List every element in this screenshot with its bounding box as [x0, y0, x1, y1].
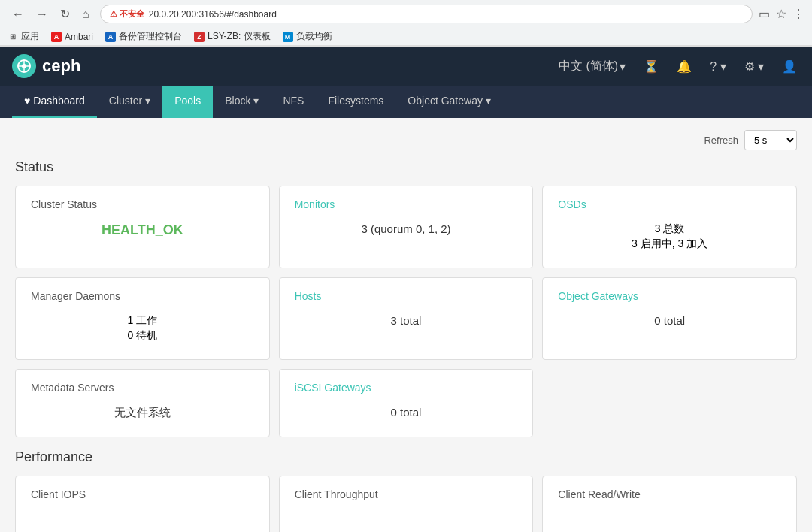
- app-logo: ceph: [12, 54, 80, 78]
- lang-label: 中文 (简体): [559, 59, 618, 74]
- bookmark-button[interactable]: ☆: [776, 7, 786, 21]
- url-text: 20.0.20.200:31656/#/dashboard: [149, 9, 277, 20]
- help-button[interactable]: ? ▾: [707, 56, 729, 77]
- lsyzb-icon: Z: [194, 32, 205, 42]
- status-section-title: Status: [15, 159, 797, 175]
- osds-title[interactable]: OSDs: [558, 198, 781, 210]
- hosts-value: 3 total: [295, 310, 518, 331]
- block-arrow: ▾: [253, 95, 259, 107]
- cast-button[interactable]: ▭: [759, 7, 770, 21]
- metadata-servers-value: 无文件系统: [31, 401, 254, 425]
- refresh-label: Refresh: [704, 135, 738, 146]
- object-gateway-arrow: ▾: [486, 95, 491, 107]
- object-gateways-value: 0 total: [558, 310, 781, 331]
- manager-daemons-title: Manager Daemons: [31, 290, 254, 302]
- nav-pools[interactable]: Pools: [162, 86, 213, 118]
- object-gateways-title[interactable]: Object Gateways: [558, 290, 781, 302]
- header-right: 中文 (简体) ▾ ⏳ 🔔 ? ▾ ⚙ ▾ 👤: [556, 56, 800, 77]
- dashboard-icon: ♥: [24, 95, 30, 107]
- backup-icon: A: [105, 32, 116, 42]
- bookmark-apps[interactable]: ⊞ 应用: [8, 30, 39, 43]
- monitors-value: 3 (quorum 0, 1, 2): [295, 218, 518, 240]
- menu-button[interactable]: ⋮: [792, 7, 804, 21]
- metadata-servers-card: Metadata Servers 无文件系统: [15, 369, 270, 437]
- performance-grid: Client IOPS Client Throughput Client Rea…: [15, 476, 797, 532]
- status-grid-row3: Metadata Servers 无文件系统 iSCSI Gateways 0 …: [15, 369, 797, 437]
- browser-toolbar: ← → ↻ ⌂ ⚠ 不安全 20.0.20.200:31656/#/dashbo…: [0, 0, 812, 28]
- loadbalance-icon: M: [283, 32, 293, 42]
- osds-values: 3 总数 3 启用中, 3 加入: [558, 218, 781, 255]
- user-button[interactable]: 👤: [779, 56, 800, 77]
- browser-actions: ▭ ☆ ⋮: [759, 7, 804, 21]
- nav-nfs-label: NFS: [283, 95, 304, 107]
- app-header: ceph 中文 (简体) ▾ ⏳ 🔔 ? ▾ ⚙ ▾ 👤: [0, 47, 812, 86]
- bookmark-backup[interactable]: A 备份管理控制台: [105, 30, 182, 43]
- metadata-servers-title: Metadata Servers: [31, 382, 254, 394]
- bookmark-loadbalance[interactable]: M 负载均衡: [283, 30, 332, 43]
- nav-object-gateway[interactable]: Object Gateway ▾: [395, 86, 503, 118]
- osds-value1: 3 总数: [558, 222, 781, 236]
- nav-filesystems[interactable]: Filesystems: [316, 86, 395, 118]
- warning-text: 不安全: [120, 9, 144, 18]
- iscsi-gateways-card: iSCSI Gateways 0 total: [279, 369, 534, 437]
- nav-dashboard[interactable]: ♥ Dashboard: [12, 86, 97, 118]
- ceph-icon: [12, 54, 36, 78]
- monitors-title[interactable]: Monitors: [295, 198, 518, 210]
- hourglass-button[interactable]: ⏳: [641, 56, 662, 77]
- nav-dashboard-label: Dashboard: [33, 95, 85, 107]
- performance-section-title: Performance: [15, 449, 797, 465]
- client-iops-card: Client IOPS: [15, 476, 270, 532]
- nav-block[interactable]: Block ▾: [213, 86, 271, 118]
- settings-button[interactable]: ⚙ ▾: [741, 56, 767, 77]
- object-gateways-card: Object Gateways 0 total: [542, 277, 797, 360]
- bookmarks-bar: ⊞ 应用 A Ambari A 备份管理控制台 Z LSY-ZB: 仪表板 M …: [0, 28, 812, 46]
- client-throughput-card: Client Throughput: [279, 476, 534, 532]
- cluster-status-value: HEALTH_OK: [31, 218, 254, 243]
- client-read-write-card: Client Read/Write: [542, 476, 797, 532]
- nav-nfs[interactable]: NFS: [271, 86, 316, 118]
- nav-object-gateway-label: Object Gateway: [408, 95, 483, 107]
- bookmark-ambari[interactable]: A Ambari: [51, 32, 93, 42]
- home-button[interactable]: ⌂: [77, 5, 94, 23]
- empty-slot: [542, 369, 797, 437]
- bookmark-lsyzb[interactable]: Z LSY-ZB: 仪表板: [194, 30, 271, 43]
- iscsi-gateways-title[interactable]: iSCSI Gateways: [295, 382, 518, 394]
- bell-button[interactable]: 🔔: [674, 56, 695, 77]
- address-bar[interactable]: ⚠ 不安全 20.0.20.200:31656/#/dashboard: [100, 5, 753, 23]
- main-content: Refresh 5 s 10 s 15 s 30 s 1 min off Sta…: [0, 118, 812, 532]
- reload-button[interactable]: ↻: [56, 5, 74, 23]
- monitors-card: Monitors 3 (quorum 0, 1, 2): [279, 186, 534, 268]
- back-button[interactable]: ←: [8, 5, 29, 23]
- hosts-title[interactable]: Hosts: [295, 290, 518, 302]
- performance-section: Performance Client IOPS Client Throughpu…: [15, 449, 797, 532]
- iscsi-gateways-value: 0 total: [295, 401, 518, 423]
- apps-icon: ⊞: [8, 32, 18, 42]
- osds-card: OSDs 3 总数 3 启用中, 3 加入: [542, 186, 797, 268]
- cluster-status-title: Cluster Status: [31, 198, 254, 210]
- manager-value1: 1 工作: [31, 314, 254, 328]
- nav-block-label: Block: [225, 95, 250, 107]
- security-warning: ⚠ 不安全: [110, 8, 144, 20]
- forward-button[interactable]: →: [32, 5, 53, 23]
- browser-chrome: ← → ↻ ⌂ ⚠ 不安全 20.0.20.200:31656/#/dashbo…: [0, 0, 812, 47]
- client-throughput-title: Client Throughput: [295, 488, 518, 500]
- ambari-icon: A: [51, 32, 62, 42]
- osds-value2: 3 启用中, 3 加入: [558, 237, 781, 251]
- manager-daemons-card: Manager Daemons 1 工作 0 待机: [15, 277, 270, 360]
- lang-arrow: ▾: [620, 59, 626, 74]
- nav-bar: ♥ Dashboard Cluster ▾ Pools Block ▾ NFS …: [0, 86, 812, 118]
- manager-value2: 0 待机: [31, 329, 254, 343]
- status-grid-row2: Manager Daemons 1 工作 0 待机 Hosts 3 total …: [15, 277, 797, 360]
- refresh-select[interactable]: 5 s 10 s 15 s 30 s 1 min off: [744, 130, 797, 150]
- logo-text: ceph: [42, 56, 80, 76]
- nav-filesystems-label: Filesystems: [328, 95, 383, 107]
- language-selector[interactable]: 中文 (简体) ▾: [556, 56, 629, 77]
- nav-cluster[interactable]: Cluster ▾: [97, 86, 162, 118]
- status-grid-row1: Cluster Status HEALTH_OK Monitors 3 (quo…: [15, 186, 797, 268]
- nav-cluster-label: Cluster: [109, 95, 142, 107]
- refresh-bar: Refresh 5 s 10 s 15 s 30 s 1 min off: [15, 130, 797, 150]
- nav-buttons: ← → ↻ ⌂: [8, 5, 94, 23]
- hosts-card: Hosts 3 total: [279, 277, 534, 360]
- client-iops-title: Client IOPS: [31, 488, 254, 500]
- nav-pools-label: Pools: [174, 95, 201, 107]
